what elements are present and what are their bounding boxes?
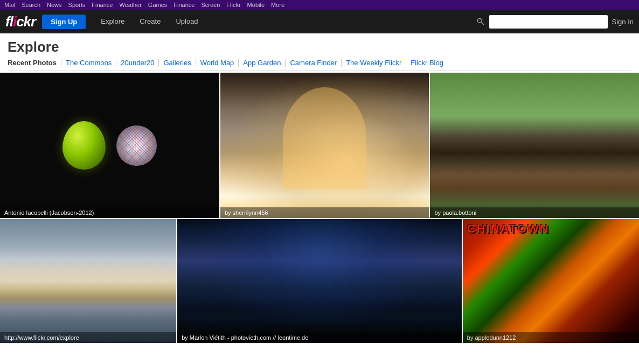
sys-news[interactable]: News: [47, 2, 62, 8]
photo-item-2-2[interactable]: by Marlon Viétith - photovieth.com // le…: [177, 219, 462, 343]
sys-more[interactable]: More: [271, 2, 284, 8]
explore-nav-weekly-flickr[interactable]: The Weekly Flickr: [342, 59, 406, 67]
photo-item-2-1[interactable]: http://www.flickr.com/explore: [0, 219, 176, 343]
sys-screen[interactable]: Screen: [201, 2, 220, 8]
photo-caption-2-2: by Marlon Viétith - photovieth.com // le…: [177, 332, 462, 343]
photo-item-2-3[interactable]: CHINATOWN by appledunn1212: [463, 219, 639, 343]
svg-line-1: [481, 23, 484, 25]
explore-nav-20under20[interactable]: 20under20: [116, 59, 159, 67]
nav-explore[interactable]: Explore: [93, 10, 132, 33]
sys-sports[interactable]: Sports: [68, 2, 86, 8]
svg-point-0: [477, 18, 482, 23]
nav-upload[interactable]: Upload: [168, 10, 205, 33]
signup-button[interactable]: Sign Up: [42, 15, 86, 29]
signin-link[interactable]: Sign In: [612, 18, 634, 26]
nav-create[interactable]: Create: [132, 10, 168, 33]
sys-mobile[interactable]: Mobile: [247, 2, 265, 8]
sys-finance2[interactable]: Finance: [173, 2, 195, 8]
sys-search[interactable]: Search: [22, 2, 40, 8]
yarn-decoration: [116, 125, 157, 166]
search-input[interactable]: [489, 15, 608, 29]
nav-search-area: Sign In: [476, 15, 634, 29]
photo-grid: Antonio Iacobelli (Jacobson-2012) by she…: [0, 71, 639, 343]
page-title: Explore: [8, 39, 631, 55]
photo-caption-1-3: by paola.bottoni: [430, 207, 639, 218]
explore-nav: Recent Photos The Commons 20under20 Gall…: [8, 59, 631, 71]
explore-nav-camera-finder[interactable]: Camera Finder: [286, 59, 342, 67]
sys-flickr[interactable]: Flickr: [226, 2, 240, 8]
flickr-logo[interactable]: flickr: [5, 13, 36, 30]
explore-nav-app-garden[interactable]: App Garden: [239, 59, 286, 67]
sys-finance[interactable]: Finance: [92, 2, 113, 8]
explore-nav-flickr-blog[interactable]: Flickr Blog: [406, 59, 448, 67]
sys-games[interactable]: Games: [148, 2, 167, 8]
search-icon: [476, 17, 485, 26]
explore-nav-recent-photos[interactable]: Recent Photos: [8, 59, 61, 67]
photo-caption-1-2: by sherrilynn456: [220, 207, 429, 218]
photo-item-1-1[interactable]: Antonio Iacobelli (Jacobson-2012): [0, 73, 219, 218]
photo-row-1: Antonio Iacobelli (Jacobson-2012) by she…: [0, 73, 639, 218]
explore-nav-commons[interactable]: The Commons: [61, 59, 116, 67]
apple-decoration: [62, 121, 106, 170]
nav-links: Explore Create Upload: [93, 10, 205, 33]
sys-mail[interactable]: Mail: [4, 2, 15, 8]
sys-weather[interactable]: Weather: [119, 2, 141, 8]
explore-nav-world-map[interactable]: World Map: [196, 59, 239, 67]
explore-nav-galleries[interactable]: Galleries: [159, 59, 196, 67]
photo-item-1-3[interactable]: by paola.bottoni: [430, 73, 639, 218]
photo-caption-1-1: Antonio Iacobelli (Jacobson-2012): [0, 207, 219, 218]
photo-caption-2-1: http://www.flickr.com/explore: [0, 332, 176, 343]
photo-row-2: http://www.flickr.com/explore by Marlon …: [0, 219, 639, 343]
photo-caption-2-3: by appledunn1212: [463, 332, 639, 343]
system-bar: Mail Search News Sports Finance Weather …: [0, 0, 639, 10]
main-nav: flickr Sign Up Explore Create Upload Sig…: [0, 10, 639, 33]
explore-header: Explore Recent Photos The Commons 20unde…: [0, 33, 639, 71]
photo-item-1-2[interactable]: by sherrilynn456: [220, 73, 429, 218]
